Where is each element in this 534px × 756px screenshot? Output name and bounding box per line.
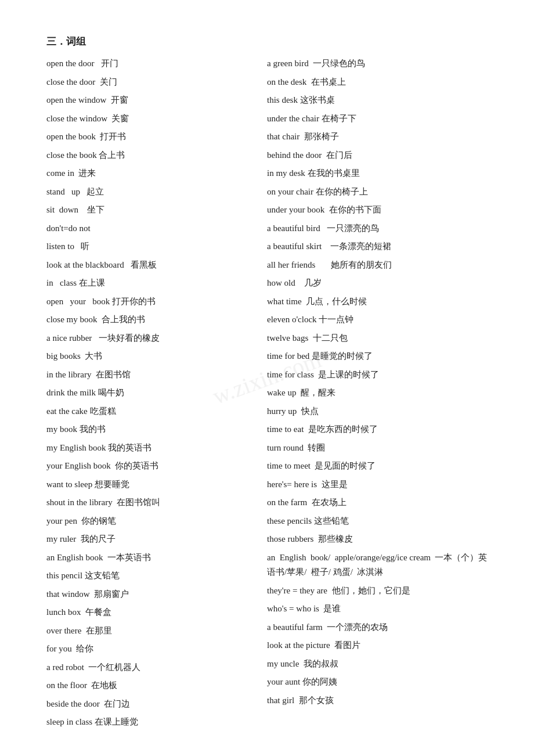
right-phrase-item: a beautiful farm 一个漂亮的农场 [267, 620, 488, 635]
right-phrase-item: all her friends 她所有的朋友们 [267, 258, 488, 273]
left-phrase-item: a nice rubber 一块好看的橡皮 [46, 331, 267, 346]
right-phrase-item: wake up 醒，醒来 [267, 386, 488, 401]
right-phrase-item: my uncle 我的叔叔 [267, 657, 488, 672]
left-phrase-item: lunch box 午餐盒 [46, 605, 267, 620]
left-phrase-item: beside the door 在门边 [46, 697, 267, 712]
left-phrase-item: stand up 起立 [46, 185, 267, 200]
left-phrase-item: don't=do not [46, 221, 267, 236]
left-phrase-item: big books 大书 [46, 349, 267, 364]
left-phrase-item: open the book 打开书 [46, 129, 267, 145]
phrases-columns: open the door 开门close the door 关门open th… [46, 56, 488, 730]
right-phrase-item: a beautiful skirt 一条漂亮的短裙 [267, 239, 488, 254]
right-phrase-item: an English book/ apple/orange/egg/ice cr… [267, 550, 488, 580]
left-column: open the door 开门close the door 关门open th… [46, 56, 267, 730]
left-phrase-item: close the book 合上书 [46, 148, 267, 163]
right-phrase-item: they're = they are 他们，她们，它们是 [267, 584, 488, 599]
left-phrase-item: look at the blackboard 看黑板 [46, 258, 267, 273]
left-phrase-item: eat the cake 吃蛋糕 [46, 404, 267, 419]
right-phrase-item: this desk 这张书桌 [267, 93, 488, 108]
right-phrase-item: behind the door 在门后 [267, 148, 488, 163]
left-phrase-item: this pencil 这支铅笔 [46, 568, 267, 584]
left-phrase-item: open the window 开窗 [46, 93, 267, 108]
left-phrase-item: your English book 你的英语书 [46, 459, 267, 474]
right-phrase-item: these pencils 这些铅笔 [267, 514, 488, 529]
right-phrase-item: here's= here is 这里是 [267, 477, 488, 492]
right-phrase-item: on the farm 在农场上 [267, 495, 488, 510]
right-phrase-item: on your chair 在你的椅子上 [267, 185, 488, 200]
left-phrase-item: in class 在上课 [46, 276, 267, 291]
left-phrase-item: on the floor 在地板 [46, 678, 267, 693]
right-phrase-item: a green bird 一只绿色的鸟 [267, 56, 488, 71]
right-phrase-item: that chair 那张椅子 [267, 129, 488, 145]
left-phrase-item: my book 我的书 [46, 422, 267, 437]
right-phrase-item: time for class 是上课的时候了 [267, 368, 488, 383]
right-phrase-item: who's = who is 是谁 [267, 602, 488, 617]
right-phrase-item: eleven o'clock 十一点钟 [267, 312, 488, 327]
right-phrase-item: under the chair 在椅子下 [267, 111, 488, 127]
right-phrase-item: that girl 那个女孩 [267, 693, 488, 708]
left-phrase-item: my ruler 我的尺子 [46, 532, 267, 547]
left-phrase-item: close the window 关窗 [46, 111, 267, 127]
left-phrase-item: want to sleep 想要睡觉 [46, 477, 267, 492]
left-phrase-item: my English book 我的英语书 [46, 441, 267, 456]
right-phrase-item: twelve bags 十二只包 [267, 331, 488, 346]
section-title: 三．词组 [46, 35, 488, 48]
right-phrase-item: on the desk 在书桌上 [267, 75, 488, 90]
left-phrase-item: over there 在那里 [46, 624, 267, 639]
right-phrase-item: how old 几岁 [267, 276, 488, 291]
left-phrase-item: close my book 合上我的书 [46, 312, 267, 327]
right-phrase-item: a beautiful bird 一只漂亮的鸟 [267, 221, 488, 236]
left-phrase-item: sleep in class 在课上睡觉 [46, 715, 267, 730]
left-phrase-item: an English book 一本英语书 [46, 550, 267, 566]
right-phrase-item: look at the picture 看图片 [267, 638, 488, 653]
left-phrase-item: open your book 打开你的书 [46, 294, 267, 309]
right-phrase-item: time for bed 是睡觉的时候了 [267, 349, 488, 364]
left-phrase-item: in the library 在图书馆 [46, 368, 267, 383]
right-phrase-item: time to meet 是见面的时候了 [267, 459, 488, 474]
right-phrase-item: those rubbers 那些橡皮 [267, 532, 488, 547]
left-phrase-item: for you 给你 [46, 642, 267, 657]
left-phrase-item: come in 进来 [46, 166, 267, 181]
right-phrase-item: under your book 在你的书下面 [267, 203, 488, 218]
left-phrase-item: sit down 坐下 [46, 203, 267, 218]
left-phrase-item: close the door 关门 [46, 75, 267, 90]
right-phrase-item: in my desk 在我的书桌里 [267, 166, 488, 181]
left-phrase-item: listen to 听 [46, 239, 267, 254]
left-phrase-item: open the door 开门 [46, 56, 267, 71]
right-phrase-item: turn round 转圈 [267, 441, 488, 456]
left-phrase-item: that window 那扇窗户 [46, 587, 267, 602]
right-column: a green bird 一只绿色的鸟on the desk 在书桌上this … [267, 56, 488, 730]
right-phrase-item: time to eat 是吃东西的时候了 [267, 422, 488, 437]
left-phrase-item: shout in the library 在图书馆叫 [46, 495, 267, 510]
left-phrase-item: drink the milk 喝牛奶 [46, 386, 267, 401]
right-phrase-item: what time 几点，什么时候 [267, 294, 488, 309]
left-phrase-item: your pen 你的钢笔 [46, 514, 267, 529]
left-phrase-item: a red robot 一个红机器人 [46, 660, 267, 675]
right-phrase-item: hurry up 快点 [267, 404, 488, 419]
right-phrase-item: your aunt 你的阿姨 [267, 675, 488, 690]
